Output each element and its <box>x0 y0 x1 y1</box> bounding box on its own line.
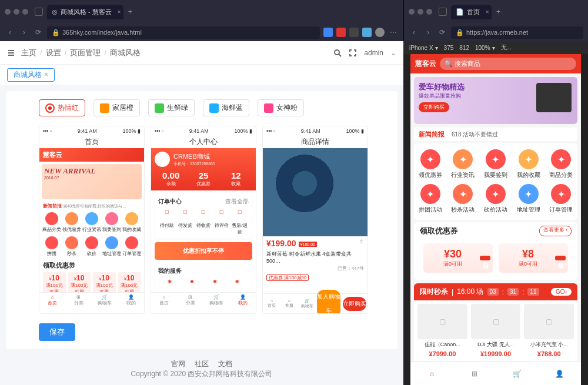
tab-cart-icon[interactable]: 🛒 <box>496 362 539 385</box>
hero-banner[interactable]: NEW ARRIVAL2018.07 <box>42 164 142 199</box>
browser-tab[interactable]: ◎商城风格 - 慧客云× <box>47 5 123 19</box>
close-icon[interactable]: × <box>117 8 121 15</box>
user-menu[interactable]: admin <box>364 49 383 57</box>
menu-item[interactable]: ✦商品分类 <box>544 147 577 182</box>
tabbar-item[interactable]: ⌂首页 <box>39 293 66 313</box>
tabbar-item[interactable]: 🛒购物车 <box>203 293 230 313</box>
menu-item[interactable]: 行业资讯 <box>82 210 102 235</box>
fullscreen-icon[interactable] <box>349 49 357 57</box>
product-card[interactable]: ▢DJI 大疆 无人...¥19999.00 <box>471 304 521 357</box>
coupon[interactable]: ¥30满0可用领取 <box>423 243 493 273</box>
go-button[interactable]: GO› <box>551 288 572 296</box>
buy-now-button[interactable]: 立即购买 <box>343 297 366 311</box>
coupon[interactable]: ¥8满0可用领取 <box>499 243 568 273</box>
menu-item[interactable]: 拼团 <box>42 235 62 259</box>
home-icon[interactable]: ⌂首页 <box>263 299 280 309</box>
forward-button: › <box>423 28 433 36</box>
menu-item[interactable]: ✦我的收藏 <box>512 147 545 182</box>
style-option[interactable]: 海鲜蓝 <box>203 99 249 116</box>
footer-link[interactable]: 社区 <box>195 360 209 368</box>
ext-icon[interactable] <box>362 28 372 37</box>
url-field[interactable]: 🔒https://java.crmeb.net <box>451 26 583 39</box>
style-option[interactable]: 生鲜绿 <box>148 99 195 116</box>
menu-item[interactable]: ✦行业资讯 <box>447 147 480 182</box>
zoom-select[interactable]: 100% ▾ <box>475 45 495 51</box>
sidebar-icon[interactable] <box>439 8 447 16</box>
preview-personal: ••• ◦9:41 AM100% ▮ 个人中心 CRMEB商城手机号：13007… <box>151 126 256 314</box>
tabbar-item[interactable]: 👤我的 <box>118 293 145 313</box>
tab-category-icon[interactable]: ⊞ <box>453 362 496 385</box>
order-status[interactable]: ▢待付款 <box>158 209 176 235</box>
menu-item[interactable]: ✦地址管理 <box>512 182 545 216</box>
cart-icon[interactable]: 🛒购物车 <box>298 299 316 309</box>
tabbar-item[interactable]: 👤我的 <box>230 293 256 313</box>
product-image[interactable] <box>263 148 368 236</box>
product-card[interactable]: ▢小米充气宝 小...¥788.00 <box>524 304 574 357</box>
banner[interactable]: 爱车好物精选 爆款单品限量抢购 立即购买 <box>414 77 577 124</box>
menu-item[interactable]: ✦领优惠券 <box>414 147 447 182</box>
new-tab-button[interactable]: + <box>496 8 500 16</box>
search-input[interactable]: 🔍 搜索商品 <box>440 58 576 70</box>
crumb-pages[interactable]: 页面管理 <box>70 48 101 58</box>
crumb-home[interactable]: 主页 <box>21 48 36 58</box>
tabbar-item[interactable]: 🛒购物车 <box>92 293 118 313</box>
style-option[interactable]: 热情红 <box>39 99 85 116</box>
menu-item[interactable]: 我要签到 <box>102 210 122 235</box>
breadcrumb: 主页/ 设置/ 页面管理/ 商城风格 <box>7 48 141 58</box>
add-cart-button[interactable]: 加入购物车 <box>317 290 340 314</box>
service-icon[interactable]: ☺客服 <box>280 299 298 309</box>
crumb-settings[interactable]: 设置 <box>46 48 61 58</box>
sidebar-icon[interactable] <box>35 8 43 16</box>
device-select[interactable]: iPhone X ▾ <box>409 45 438 51</box>
view-more-button[interactable]: 查看更多 › <box>539 226 572 236</box>
footer-link[interactable]: 文档 <box>218 360 232 368</box>
order-status[interactable]: ▢待评价 <box>212 209 230 235</box>
menu-item[interactable]: 商品分类 <box>42 210 62 235</box>
menu-icon[interactable]: ⋯ <box>388 28 399 36</box>
reload-button[interactable]: ⟳ <box>437 28 447 36</box>
menu-toggle-icon[interactable] <box>7 49 15 57</box>
banner-cta-button[interactable]: 立即购买 <box>419 102 449 112</box>
style-option[interactable]: 女神粉 <box>258 99 304 116</box>
menu-item[interactable]: 砍价 <box>82 235 102 259</box>
menu-item[interactable]: 秒杀 <box>62 235 82 259</box>
browser-tab[interactable]: 📄首页× <box>451 5 492 19</box>
menu-item[interactable]: ✦拼团活动 <box>414 182 447 216</box>
style-option[interactable]: 家居橙 <box>93 99 140 116</box>
ext-icon[interactable] <box>336 28 346 37</box>
page-tab[interactable]: 商城风格× <box>7 68 55 82</box>
url-field[interactable]: 🔒365hky.com/index/java.html <box>47 26 320 39</box>
footer-link[interactable]: 官网 <box>171 360 185 368</box>
menu-item[interactable]: 领优惠券 <box>62 210 82 235</box>
news-ticker[interactable]: 新闻简报618 活动不要错过 <box>414 128 577 141</box>
brand-logo: 慧客云 <box>415 59 436 69</box>
mobile-viewport: 慧客云 🔍 搜索商品 爱车好物精选 爆款单品限量抢购 立即购买 新闻简报618 … <box>410 54 581 385</box>
menu-item[interactable]: ✦订单管理 <box>544 182 577 216</box>
reload-button[interactable]: ⟳ <box>33 28 44 36</box>
menu-item[interactable]: 地址管理 <box>102 235 122 259</box>
menu-item[interactable]: 我的收藏 <box>122 210 142 235</box>
avatar-icon[interactable] <box>375 28 385 37</box>
order-status[interactable]: ▢待收货 <box>195 209 213 235</box>
close-icon[interactable]: × <box>44 71 48 79</box>
tabbar-item[interactable]: ⊞分类 <box>66 293 92 313</box>
tab-home-icon[interactable]: ⌂ <box>410 362 453 385</box>
tabbar-item[interactable]: ⌂首页 <box>151 293 178 313</box>
menu-item[interactable]: ✦砍价活动 <box>479 182 512 216</box>
tabbar-item[interactable]: ⊞分类 <box>178 293 204 313</box>
product-card[interactable]: ▢佳能（Canon...¥7999.00 <box>417 304 467 357</box>
tab-profile-icon[interactable]: 👤 <box>539 362 582 385</box>
new-tab-button[interactable]: + <box>128 8 132 16</box>
menu-item[interactable]: ✦我要签到 <box>479 147 512 182</box>
save-button[interactable]: 保存 <box>39 323 75 341</box>
ext-icon[interactable] <box>349 28 359 37</box>
menu-item[interactable]: ✦秒杀活动 <box>447 182 480 216</box>
ext-translate-icon[interactable] <box>323 28 333 37</box>
close-icon[interactable]: × <box>486 8 489 15</box>
search-icon[interactable] <box>333 49 342 57</box>
back-button[interactable]: ‹ <box>5 28 15 36</box>
order-status[interactable]: ▢待发货 <box>176 209 195 235</box>
menu-item[interactable]: 订单管理 <box>122 235 142 259</box>
back-button[interactable]: ‹ <box>409 28 419 36</box>
order-status[interactable]: ▢售后/退款 <box>230 209 249 235</box>
